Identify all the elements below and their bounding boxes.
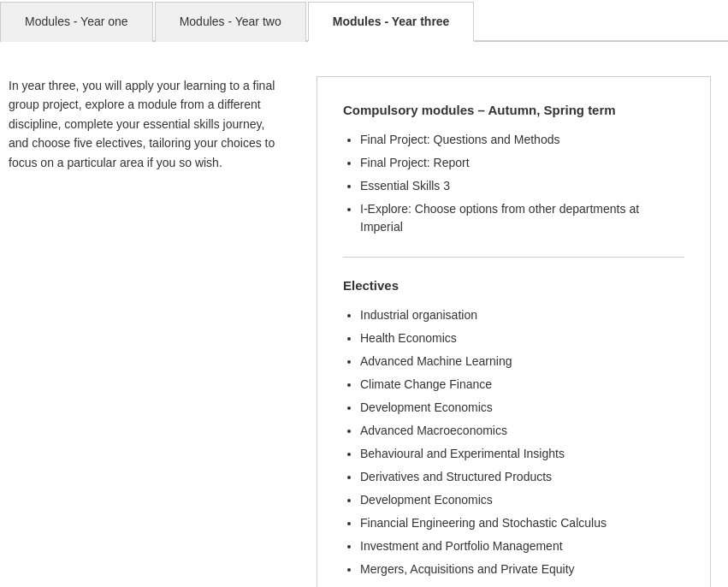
tab-year-three[interactable]: Modules - Year three: [308, 2, 475, 42]
content-area: In year three, you will apply your learn…: [0, 42, 728, 587]
compulsory-section: Compulsory modules – Autumn, Spring term…: [343, 103, 684, 236]
list-item: Final Project: Questions and Methods: [360, 131, 684, 149]
year-three-description: In year three, you will apply your learn…: [9, 76, 282, 172]
list-item: Development Economics: [360, 399, 684, 417]
list-item: Industrial organisation: [360, 306, 684, 324]
list-item: Financial Engineering and Stochastic Cal…: [360, 514, 684, 532]
compulsory-module-list: Final Project: Questions and MethodsFina…: [343, 131, 684, 236]
list-item: Investment and Portfolio Management: [360, 537, 684, 555]
list-item: Essential Skills 3: [360, 177, 684, 195]
list-item: Climate Change Finance: [360, 376, 684, 394]
list-item: Final Project: Report: [360, 154, 684, 172]
section-divider: [343, 257, 684, 258]
list-item: Mergers, Acquisitions and Private Equity: [360, 560, 684, 578]
list-item: Health Economics: [360, 329, 684, 347]
left-panel: In year three, you will apply your learn…: [9, 76, 282, 587]
list-item: Derivatives and Structured Products: [360, 468, 684, 486]
right-panel: Compulsory modules – Autumn, Spring term…: [317, 76, 711, 587]
tabs-container: Modules - Year one Modules - Year two Mo…: [0, 0, 728, 42]
compulsory-section-title: Compulsory modules – Autumn, Spring term: [343, 103, 684, 117]
electives-section: Electives Industrial organisationHealth …: [343, 278, 684, 578]
tab-year-two[interactable]: Modules - Year two: [155, 2, 306, 42]
list-item: Development Economics: [360, 491, 684, 509]
electives-module-list: Industrial organisationHealth EconomicsA…: [343, 306, 684, 578]
list-item: Behavioural and Experimental Insights: [360, 445, 684, 463]
list-item: Advanced Macroeconomics: [360, 422, 684, 440]
electives-section-title: Electives: [343, 278, 684, 293]
list-item: Advanced Machine Learning: [360, 353, 684, 371]
tab-year-one[interactable]: Modules - Year one: [0, 2, 153, 42]
list-item: I-Explore: Choose options from other dep…: [360, 200, 684, 236]
